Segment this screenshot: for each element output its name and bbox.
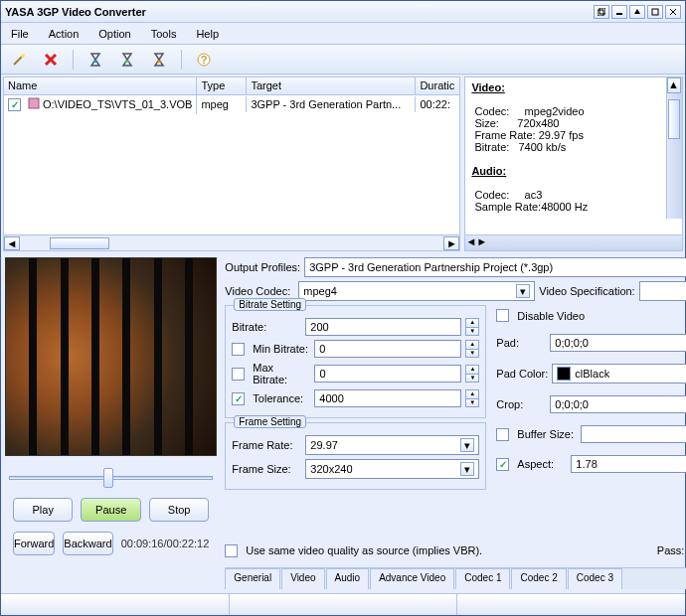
info-vscroll[interactable]: ▲: [666, 77, 682, 219]
disable-video-checkbox[interactable]: [496, 309, 509, 322]
preview-pane: Play Pause Stop Forward Backward 00:09:1…: [1, 253, 221, 593]
framesize-select[interactable]: 320x240 ▾: [305, 459, 479, 479]
svg-rect-3: [652, 9, 658, 15]
file-list: Name Type Target Duratic O:\VIDEO_TS\VTS…: [3, 77, 460, 251]
scroll-up-icon[interactable]: ▲: [667, 77, 681, 93]
up-button[interactable]: [629, 5, 645, 19]
bitrate-input[interactable]: [305, 318, 461, 336]
tab-audio[interactable]: Audio: [326, 568, 370, 589]
info-hscroll[interactable]: ◄ ►: [465, 234, 682, 250]
aspect-checkbox[interactable]: [496, 458, 509, 471]
list-row[interactable]: O:\VIDEO_TS\VTS_01_3.VOB mpeg 3GPP - 3rd…: [4, 95, 459, 113]
pause-button[interactable]: Pause: [81, 498, 140, 522]
scroll-left-icon[interactable]: ◄: [465, 235, 476, 250]
row-type: mpeg: [197, 96, 247, 112]
maxbr-checkbox[interactable]: [232, 368, 245, 381]
row-duration: 00:22:: [416, 96, 459, 112]
col-name[interactable]: Name: [4, 77, 197, 94]
forward-button[interactable]: Forward: [13, 532, 55, 555]
tol-spinner[interactable]: ▲▼: [465, 389, 479, 407]
svg-rect-0: [598, 10, 603, 16]
close-button[interactable]: [665, 5, 681, 19]
maxbr-input[interactable]: [314, 365, 461, 383]
scroll-left-icon[interactable]: ◄: [4, 236, 20, 250]
video-preview[interactable]: [5, 257, 217, 456]
col-type[interactable]: Type: [197, 77, 247, 94]
min-button[interactable]: [611, 5, 627, 19]
menu-action[interactable]: Action: [45, 26, 84, 42]
tol-input[interactable]: [314, 389, 461, 407]
pad-input[interactable]: [550, 334, 686, 352]
col-target[interactable]: Target: [247, 77, 416, 94]
stop-button[interactable]: Stop: [149, 498, 209, 522]
menu-tools[interactable]: Tools: [147, 26, 181, 42]
buffer-input[interactable]: [581, 425, 686, 443]
timecode: 00:09:16/00:22:12: [121, 538, 210, 555]
row-target: 3GPP - 3rd Generation Partn...: [247, 96, 416, 112]
chevron-down-icon[interactable]: ▾: [516, 284, 530, 298]
padcolor-select[interactable]: clBlack ▾: [552, 364, 686, 384]
col-duration[interactable]: Duratic: [416, 77, 459, 94]
window-title: YASA 3GP Video Converter: [5, 6, 594, 18]
aspect-input[interactable]: [571, 455, 686, 473]
row-checkbox[interactable]: [8, 98, 21, 111]
tab-general[interactable]: Generial: [225, 568, 280, 589]
menu-file[interactable]: File: [7, 26, 33, 42]
bitrate-group: Bitrate Setting Bitrate: ▲▼ Min Bitrate:: [225, 305, 486, 418]
svg-point-7: [21, 54, 25, 58]
status-cell: [230, 594, 458, 615]
settings-pane: Output Profiles: 3GPP - 3rd Generation P…: [221, 253, 686, 593]
buffer-checkbox[interactable]: [496, 428, 509, 441]
tab-codec3[interactable]: Codec 3: [568, 568, 622, 589]
video-spec-select[interactable]: ▾: [639, 281, 686, 301]
status-cell: [457, 594, 685, 615]
minbr-spinner[interactable]: ▲▼: [465, 340, 479, 358]
info-panel: ▲ Video: Codec: mpeg2video Size: 720x480…: [464, 77, 683, 251]
tab-advance-video[interactable]: Advance Video: [370, 568, 454, 589]
menu-help[interactable]: Help: [192, 26, 223, 42]
seek-handle[interactable]: [103, 468, 113, 488]
video-codec-select[interactable]: mpeg4 ▾: [298, 281, 535, 301]
svg-rect-12: [29, 98, 39, 108]
chevron-down-icon[interactable]: ▾: [460, 438, 474, 452]
max-button[interactable]: [647, 5, 663, 19]
restore-button[interactable]: [594, 5, 609, 19]
tool-convert2-icon[interactable]: [115, 48, 139, 72]
scroll-thumb[interactable]: [50, 237, 109, 249]
frame-group: Frame Setting Frame Rate: 29.97 ▾ Frame …: [225, 422, 486, 490]
tool-help-icon[interactable]: ?: [192, 48, 216, 72]
backward-button[interactable]: Backward: [63, 532, 112, 555]
info-video-header: Video:: [471, 81, 504, 93]
statusbar: [1, 593, 685, 615]
crop-input[interactable]: [550, 395, 686, 413]
menu-option[interactable]: Option: [94, 26, 134, 42]
tool-wand-icon[interactable]: [7, 48, 31, 72]
scroll-right-icon[interactable]: ►: [443, 236, 459, 250]
minbr-input[interactable]: [314, 340, 461, 358]
filelist-hscroll[interactable]: ◄ ►: [4, 234, 459, 250]
output-profiles-select[interactable]: 3GPP - 3rd Generation Partnership Projec…: [304, 257, 686, 277]
chevron-down-icon[interactable]: ▾: [460, 462, 474, 476]
video-codec-label: Video Codec:: [225, 285, 294, 297]
minbr-checkbox[interactable]: [232, 343, 245, 356]
tool-convert1-icon[interactable]: [84, 48, 107, 72]
sameq-checkbox[interactable]: [225, 544, 238, 557]
maxbr-spinner[interactable]: ▲▼: [465, 365, 479, 383]
tab-codec1[interactable]: Codec 1: [455, 568, 510, 589]
toolbar: ?: [1, 45, 685, 75]
play-button[interactable]: Play: [13, 498, 73, 522]
video-spec-label: Video Specification:: [539, 285, 634, 297]
tab-video[interactable]: Video: [281, 568, 324, 589]
tab-codec2[interactable]: Codec 2: [511, 568, 566, 589]
tool-delete-icon[interactable]: [39, 48, 63, 72]
bitrate-spinner[interactable]: ▲▼: [465, 318, 479, 336]
svg-rect-1: [600, 8, 605, 14]
framerate-select[interactable]: 29.97 ▾: [305, 435, 479, 455]
tol-checkbox[interactable]: [232, 392, 245, 405]
scroll-right-icon[interactable]: ►: [476, 235, 487, 250]
seek-slider[interactable]: [9, 468, 213, 488]
vscroll-thumb[interactable]: [668, 99, 680, 139]
status-cell: [1, 594, 230, 615]
menubar: File Action Option Tools Help: [1, 23, 685, 45]
tool-convert3-icon[interactable]: [147, 48, 171, 72]
